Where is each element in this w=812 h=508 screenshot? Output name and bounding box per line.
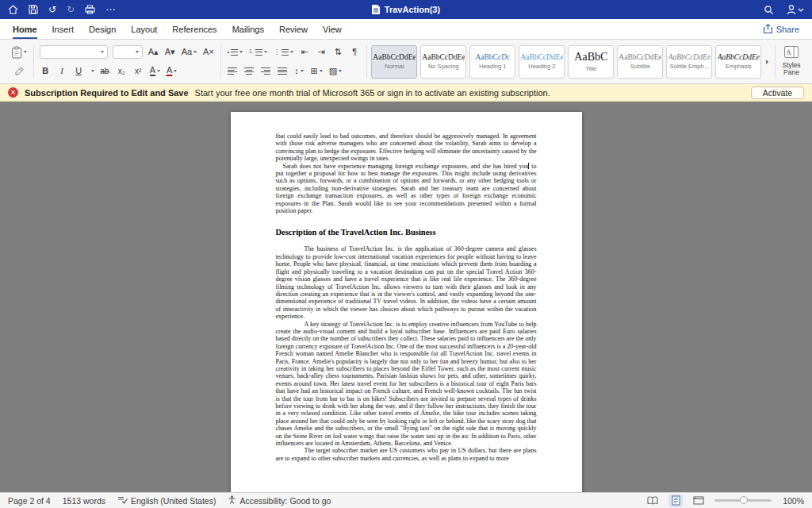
change-case-button[interactable]: Aa — [181, 45, 197, 60]
document-page[interactable]: that could easily lead to bad outcomes, … — [231, 112, 582, 492]
grow-font-button[interactable]: A▴ — [147, 45, 159, 60]
save-icon[interactable] — [29, 5, 38, 14]
subscription-banner: ✕ Subscription Required to Edit and Save… — [0, 84, 812, 102]
paste-button[interactable] — [10, 45, 28, 60]
tab-review[interactable]: Review — [279, 19, 308, 39]
style-subtle-emphasis[interactable]: AaBbCcDdEe Subtle Emph... — [666, 45, 712, 79]
language-label: English (United States) — [131, 496, 216, 506]
underline-button[interactable]: U — [73, 64, 85, 79]
styles-gallery-more-button[interactable] — [764, 45, 770, 79]
multilevel-list-button[interactable]: ⋮ — [273, 45, 294, 60]
more-commands-button[interactable]: ⋯ — [105, 5, 115, 14]
search-icon[interactable] — [764, 5, 774, 15]
banner-title: Subscription Required to Edit and Save — [25, 88, 189, 98]
tab-insert[interactable]: Insert — [52, 19, 75, 39]
styles-pane-label: Styles Pane — [782, 62, 801, 78]
font-group: A▴ A▾ Aa A× B I U ab x₂ x² A A — [34, 42, 220, 82]
bold-button[interactable]: B — [40, 64, 52, 79]
strikethrough-button[interactable]: ab — [99, 64, 111, 79]
underline-options-chevron[interactable] — [91, 70, 94, 72]
document-heading: Description of the TravelAction Inc. Bus… — [276, 228, 537, 237]
superscript-button[interactable]: x² — [132, 64, 144, 79]
word-document-icon — [372, 5, 380, 14]
tab-references[interactable]: References — [172, 19, 216, 39]
undo-button[interactable]: ↺ — [48, 5, 56, 14]
banner-message: Start your free one month trial of Micro… — [195, 88, 550, 98]
quick-access-toolbar: ↺ ↻ ⋯ — [8, 5, 198, 14]
warning-x-icon: ✕ — [8, 87, 18, 98]
account-menu-button[interactable] — [787, 5, 804, 15]
share-icon — [764, 24, 772, 35]
activate-button[interactable]: Activate — [751, 87, 804, 99]
read-mode-button[interactable] — [645, 495, 660, 507]
align-center-button[interactable] — [243, 64, 255, 79]
redo-button[interactable]: ↻ — [67, 5, 75, 14]
tab-view[interactable]: View — [323, 19, 342, 39]
sort-button[interactable]: ⇅ — [332, 45, 344, 60]
shading-button[interactable]: ▨ — [328, 64, 343, 79]
font-name-select[interactable] — [40, 45, 108, 59]
text-effects-button[interactable]: A — [149, 64, 161, 79]
show-formatting-marks-button[interactable]: ¶ — [349, 45, 361, 60]
tab-home[interactable]: Home — [13, 19, 37, 39]
zoom-slider[interactable] — [714, 499, 772, 502]
zoom-level[interactable]: 100% — [780, 496, 804, 506]
paragraph: A key strategy of TravelAction Inc. is t… — [276, 321, 537, 448]
share-button[interactable]: Share — [764, 19, 799, 39]
paragraph: that could easily lead to bad outcomes, … — [276, 133, 537, 163]
clipboard-group — [5, 42, 33, 82]
style-title[interactable]: AaBbC Title — [568, 45, 614, 79]
paragraph: Sarah does not have experience managing … — [276, 163, 537, 215]
tab-mailings[interactable]: Mailings — [232, 19, 264, 39]
web-layout-button[interactable] — [691, 495, 706, 507]
style-emphasis[interactable]: AaBbCcDdEe Emphasis — [715, 45, 761, 79]
subscript-button[interactable]: x₂ — [116, 64, 128, 79]
paragraph-group: • 1. ⋮ ⇤ ⇥ ⇅ ¶ ↕ ⊞ ▨ — [220, 42, 366, 82]
svg-text:A: A — [786, 48, 791, 56]
italic-button[interactable]: I — [56, 64, 68, 79]
bullets-button[interactable]: • — [226, 45, 243, 60]
styles-pane-icon: A — [784, 46, 799, 60]
justify-button[interactable] — [276, 64, 288, 79]
styles-pane-button[interactable]: A Styles Pane — [776, 46, 807, 77]
styles-gallery: AaBbCcDdEe Normal AaBbCcDdEe No Spacing … — [366, 45, 775, 79]
paragraph: The target subscriber market are US cust… — [276, 447, 537, 462]
numbering-button[interactable]: 1. — [248, 45, 267, 60]
borders-button[interactable]: ⊞ — [309, 64, 323, 79]
decrease-indent-button[interactable]: ⇤ — [299, 45, 311, 60]
tab-layout[interactable]: Layout — [131, 19, 157, 39]
paragraph: The business of TravelAction Inc. is the… — [276, 245, 537, 320]
home-icon[interactable] — [8, 5, 18, 14]
tab-design[interactable]: Design — [89, 19, 116, 39]
zoom-slider-thumb[interactable] — [740, 496, 748, 504]
status-bar: Page 2 of 4 1513 words English (United S… — [0, 492, 812, 508]
font-size-select[interactable] — [113, 45, 143, 59]
format-painter-button[interactable] — [13, 64, 25, 79]
shrink-font-button[interactable]: A▾ — [164, 45, 176, 60]
spelling-status[interactable]: English (United States) — [117, 495, 216, 506]
title-bar: ↺ ↻ ⋯ TravAction(3) — [0, 0, 812, 19]
statusbar-right: 100% — [645, 495, 804, 507]
page-indicator[interactable]: Page 2 of 4 — [8, 496, 51, 506]
line-spacing-button[interactable]: ↕ — [293, 64, 304, 79]
window-title-area: TravAction(3) — [198, 5, 614, 14]
style-heading-1[interactable]: AaBbCcDc Heading 1 — [469, 45, 515, 79]
align-right-button[interactable] — [259, 64, 271, 79]
accessibility-status[interactable]: Accessibility: Good to go — [228, 495, 331, 506]
ribbon: A▴ A▾ Aa A× B I U ab x₂ x² A A • 1. ⋮ ⇤ … — [0, 40, 812, 84]
style-heading-2[interactable]: AaBbCcDdEe Heading 2 — [519, 45, 565, 79]
titlebar-right — [614, 5, 804, 15]
accessibility-icon — [228, 495, 236, 506]
style-no-spacing[interactable]: AaBbCcDdEe No Spacing — [420, 45, 466, 79]
style-normal[interactable]: AaBbCcDdEe Normal — [371, 45, 417, 79]
clear-formatting-button[interactable]: A× — [202, 45, 215, 60]
window-title: TravAction(3) — [385, 5, 440, 14]
word-count[interactable]: 1513 words — [63, 496, 105, 506]
align-left-button[interactable] — [226, 64, 238, 79]
increase-indent-button[interactable]: ⇥ — [316, 45, 327, 60]
style-subtitle[interactable]: AaBbCcDdEe Subtitle — [617, 45, 663, 79]
print-layout-button[interactable] — [668, 495, 683, 507]
document-canvas[interactable]: that could easily lead to bad outcomes, … — [0, 102, 812, 492]
print-icon[interactable] — [85, 5, 95, 14]
font-color-button[interactable]: A — [166, 64, 178, 79]
